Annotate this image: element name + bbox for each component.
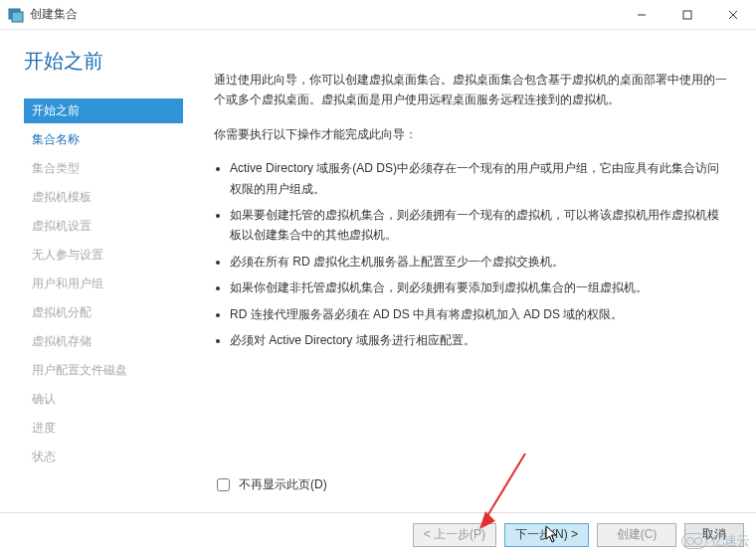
requirement-item: 必须对 Active Directory 域服务进行相应配置。 xyxy=(230,330,728,350)
skip-checkbox-row[interactable]: 不再显示此页(D) xyxy=(213,475,327,494)
requirement-item: 如果要创建托管的虚拟机集合，则必须拥有一个现有的虚拟机，可以将该虚拟机用作虚拟机… xyxy=(230,205,728,246)
create-button: 创建(C) xyxy=(597,523,676,547)
app-icon xyxy=(8,7,24,23)
page-title: 开始之前 xyxy=(24,48,195,75)
nav-step-3: 虚拟机模板 xyxy=(24,185,195,210)
left-pane: 开始之前 开始之前集合名称集合类型虚拟机模板虚拟机设置无人参与设置用户和用户组虚… xyxy=(0,30,195,512)
nav-step-6: 用户和用户组 xyxy=(24,272,195,296)
intro-text: 通过使用此向导，你可以创建虚拟桌面集合。虚拟桌面集合包含基于虚拟机的桌面部署中使… xyxy=(214,70,728,110)
main-pane: 通过使用此向导，你可以创建虚拟桌面集合。虚拟桌面集合包含基于虚拟机的桌面部署中使… xyxy=(195,30,756,512)
nav-step-8: 虚拟机存储 xyxy=(24,329,195,354)
requirement-item: RD 连接代理服务器必须在 AD DS 中具有将虚拟机加入 AD DS 域的权限… xyxy=(230,304,728,324)
nav-step-10: 确认 xyxy=(24,387,195,412)
nav-step-1[interactable]: 集合名称 xyxy=(24,127,195,152)
minimize-button[interactable] xyxy=(619,0,664,30)
requirement-item: 如果你创建非托管虚拟机集合，则必须拥有要添加到虚拟机集合的一组虚拟机。 xyxy=(230,278,728,297)
must-text: 你需要执行以下操作才能完成此向导： xyxy=(214,124,728,144)
skip-checkbox[interactable] xyxy=(217,478,230,491)
button-bar: < 上一步(P) 下一步(N) > 创建(C) 取消 xyxy=(0,512,756,556)
nav-step-2: 集合类型 xyxy=(24,156,195,181)
cancel-button[interactable]: 取消 xyxy=(684,523,744,547)
skip-checkbox-label: 不再显示此页(D) xyxy=(239,476,327,493)
maximize-button[interactable] xyxy=(664,0,710,30)
requirement-item: Active Directory 域服务(AD DS)中必须存在一个现有的用户或… xyxy=(230,158,728,199)
nav-step-7: 虚拟机分配 xyxy=(24,300,195,325)
nav-step-9: 用户配置文件磁盘 xyxy=(24,358,195,383)
next-button[interactable]: 下一步(N) > xyxy=(504,523,589,547)
close-button[interactable] xyxy=(710,0,756,30)
requirement-list: Active Directory 域服务(AD DS)中必须存在一个现有的用户或… xyxy=(214,158,728,350)
requirement-item: 必须在所有 RD 虚拟化主机服务器上配置至少一个虚拟交换机。 xyxy=(230,252,728,272)
nav-step-12: 状态 xyxy=(24,445,195,469)
content-area: 开始之前 开始之前集合名称集合类型虚拟机模板虚拟机设置无人参与设置用户和用户组虚… xyxy=(0,30,756,512)
titlebar: 创建集合 xyxy=(0,0,756,30)
nav-step-4: 虚拟机设置 xyxy=(24,214,195,239)
svg-rect-3 xyxy=(683,11,691,19)
prev-button: < 上一步(P) xyxy=(413,523,496,547)
nav-step-0[interactable]: 开始之前 xyxy=(24,98,183,123)
nav-step-11: 进度 xyxy=(24,416,195,441)
window-title: 创建集合 xyxy=(30,6,78,23)
svg-rect-1 xyxy=(12,12,23,22)
wizard-nav: 开始之前集合名称集合类型虚拟机模板虚拟机设置无人参与设置用户和用户组虚拟机分配虚… xyxy=(24,98,195,469)
nav-step-5: 无人参与设置 xyxy=(24,243,195,268)
